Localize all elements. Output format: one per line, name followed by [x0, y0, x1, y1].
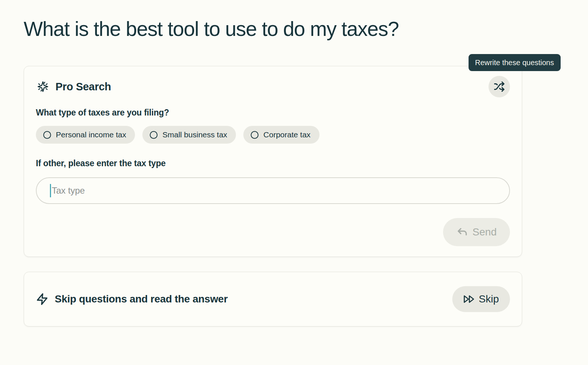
option-label: Small business tax [162, 130, 227, 139]
skip-card: Skip questions and read the answer Skip [24, 272, 522, 327]
tax-type-input[interactable] [36, 177, 510, 204]
option-corporate-tax[interactable]: Corporate tax [243, 126, 319, 144]
skip-section-label: Skip questions and read the answer [55, 293, 227, 305]
option-label: Corporate tax [263, 130, 310, 139]
tax-type-options: Personal income tax Small business tax C… [36, 126, 510, 144]
radio-icon [150, 131, 158, 139]
pro-search-card: Pro Search What type of taxes are you fi… [24, 66, 522, 257]
pro-search-header: Pro Search [36, 76, 510, 97]
tax-type-input-wrap [36, 177, 510, 204]
radio-icon [251, 131, 258, 139]
text-cursor [50, 184, 51, 197]
page-title: What is the best tool to use to do my ta… [24, 17, 564, 41]
option-label: Personal income tax [56, 130, 126, 139]
option-personal-income-tax[interactable]: Personal income tax [36, 126, 135, 144]
shuffle-icon [494, 81, 505, 92]
rewrite-questions-tooltip: Rewrite these questions [469, 54, 561, 71]
reply-arrow-icon [456, 226, 468, 238]
question-tax-type-label: What type of taxes are you filing? [36, 108, 510, 118]
send-button[interactable]: Send [443, 218, 510, 246]
option-small-business-tax[interactable]: Small business tax [142, 126, 236, 144]
send-button-label: Send [473, 226, 497, 238]
pro-search-sparkle-icon [36, 80, 50, 94]
radio-icon [43, 131, 51, 139]
pro-search-title: Pro Search [55, 81, 111, 93]
fast-forward-icon [463, 294, 474, 305]
skip-button[interactable]: Skip [452, 286, 510, 312]
skip-button-label: Skip [479, 293, 499, 305]
question-other-tax-label: If other, please enter the tax type [36, 158, 510, 168]
lightning-bolt-icon [36, 293, 48, 305]
rewrite-questions-button[interactable] [489, 76, 510, 97]
